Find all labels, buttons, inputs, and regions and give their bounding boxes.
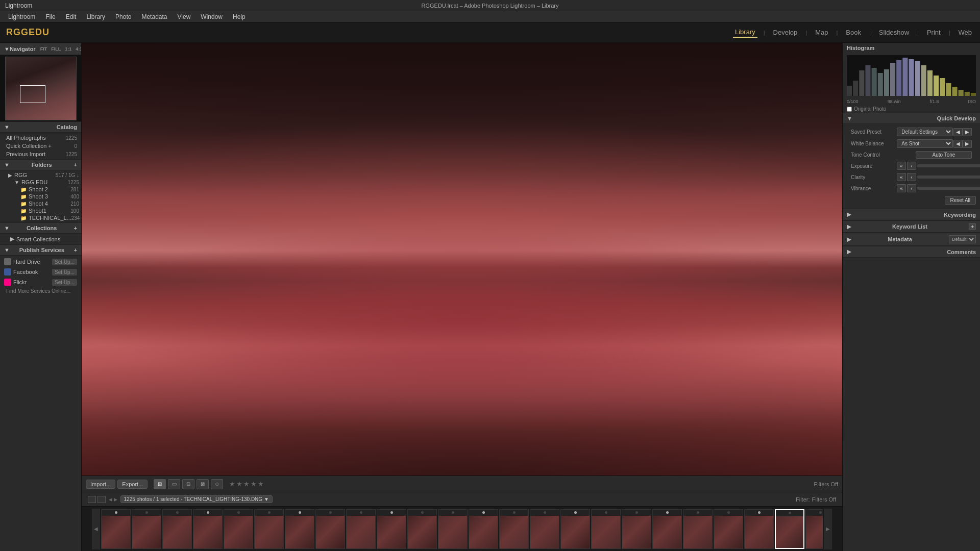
tab-develop[interactable]: Develop xyxy=(771,28,800,37)
white-balance-select[interactable]: As Shot xyxy=(897,139,953,148)
filmstrip-thumb-15[interactable] xyxy=(560,509,590,549)
menu-library[interactable]: Library xyxy=(82,12,109,21)
filmstrip-thumb-4[interactable] xyxy=(224,509,253,549)
filmstrip-thumb-9[interactable] xyxy=(377,509,406,549)
view-compare-btn[interactable]: ⊟ xyxy=(182,479,194,489)
filmstrip-thumb-17[interactable] xyxy=(622,509,651,549)
metadata-preset-select[interactable]: Default xyxy=(949,235,976,243)
exposure-dec-large[interactable]: « xyxy=(897,162,906,170)
folder-rgg[interactable]: ▶ RGG 517 / 1G ↓ xyxy=(0,171,81,179)
menu-photo[interactable]: Photo xyxy=(111,12,135,21)
folder-technical[interactable]: 📁 TECHNICAL_L... 234 xyxy=(0,214,81,221)
tab-book[interactable]: Book xyxy=(844,28,863,37)
view-loupe-btn[interactable]: ▭ xyxy=(168,479,180,489)
filmstrip-thumb-19[interactable] xyxy=(683,509,713,549)
find-more-services[interactable]: Find More Services Online... xyxy=(0,287,81,295)
view-people-btn[interactable]: ☺ xyxy=(211,479,223,489)
filmstrip-thumb-20[interactable] xyxy=(714,509,743,549)
publish-services-header[interactable]: ▼ Publish Services + xyxy=(0,244,81,256)
saved-preset-prev[interactable]: ◀ xyxy=(953,128,963,136)
zoom-fill[interactable]: FILL xyxy=(50,46,62,52)
filmstrip-thumb-10[interactable] xyxy=(407,509,437,549)
collections-header[interactable]: ▼ Collections + xyxy=(0,222,81,234)
filmstrip-thumb-23[interactable] xyxy=(805,509,823,549)
filmstrip-prev-btn[interactable]: ◀ xyxy=(92,509,100,549)
tab-web[interactable]: Web xyxy=(957,28,974,37)
filmstrip-thumb-18[interactable] xyxy=(652,509,682,549)
white-balance-prev[interactable]: ◀ xyxy=(953,140,963,148)
folder-shoot1[interactable]: 📁 Shoot1 100 xyxy=(0,207,81,214)
keywording-header[interactable]: ▶ Keywording xyxy=(843,209,980,220)
filmstrip-thumb-5[interactable] xyxy=(254,509,284,549)
original-photo-checkbox[interactable] xyxy=(847,107,852,112)
folders-header[interactable]: ▼ Folders + xyxy=(0,159,81,170)
filmstrip-thumb-11[interactable] xyxy=(438,509,468,549)
keyword-add-btn[interactable]: + xyxy=(969,223,976,230)
navigator-crop-rect[interactable] xyxy=(20,85,45,103)
filmstrip-thumb-7[interactable] xyxy=(315,509,345,549)
white-balance-next[interactable]: ▶ xyxy=(963,140,972,148)
star-5[interactable]: ★ xyxy=(258,480,264,488)
loupe-mode-icon[interactable] xyxy=(97,496,106,503)
quick-develop-header[interactable]: ▼ Quick Develop xyxy=(843,113,980,124)
filmstrip-thumb-22[interactable] xyxy=(775,509,804,549)
filmstrip-thumb-0[interactable] xyxy=(101,509,131,549)
star-4[interactable]: ★ xyxy=(251,480,257,488)
publish-services-add-btn[interactable]: + xyxy=(74,247,77,253)
clarity-dec[interactable]: ‹ xyxy=(907,173,916,181)
filmstrip-next-btn[interactable]: ▶ xyxy=(824,509,832,549)
vibrance-dec-large[interactable]: « xyxy=(897,184,906,192)
photo-area[interactable] xyxy=(82,43,842,475)
catalog-previous-import[interactable]: Previous Import 1225 xyxy=(0,150,81,158)
filmstrip-thumb-1[interactable] xyxy=(132,509,161,549)
folder-shoot4[interactable]: 📁 Shoot 4 210 xyxy=(0,200,81,207)
export-button[interactable]: Export... xyxy=(117,480,148,489)
facebook-setup-btn[interactable]: Set Up... xyxy=(52,269,77,276)
tab-slideshow[interactable]: Slideshow xyxy=(877,28,911,37)
filmstrip-thumb-2[interactable] xyxy=(162,509,192,549)
import-button[interactable]: Import... xyxy=(86,480,115,489)
filmstrip-thumb-12[interactable] xyxy=(469,509,498,549)
catalog-header[interactable]: ▼ Catalog xyxy=(0,121,81,133)
menu-metadata[interactable]: Metadata xyxy=(137,12,171,21)
smart-collections[interactable]: ▶ Smart Collections xyxy=(0,235,81,243)
metadata-header[interactable]: ▶ Metadata Default xyxy=(843,233,980,246)
view-grid-btn[interactable]: ⊞ xyxy=(154,479,166,489)
folder-shoot3[interactable]: 📁 Shoot 3 400 xyxy=(0,193,81,200)
zoom-1to1[interactable]: 1:1 xyxy=(63,46,73,52)
clarity-dec-large[interactable]: « xyxy=(897,173,906,181)
saved-preset-select[interactable]: Default Settings xyxy=(897,128,953,136)
folder-rgg-edu[interactable]: ▼ RGG EDU 1225 xyxy=(0,179,81,186)
publish-hard-drive[interactable]: Hard Drive Set Up... xyxy=(0,257,81,267)
filmstrip-thumb-21[interactable] xyxy=(744,509,774,549)
filmstrip-thumb-14[interactable] xyxy=(530,509,559,549)
navigator-header[interactable]: ▼ Navigator FIT FILL 1:1 4:1 xyxy=(0,43,81,55)
folders-add-btn[interactable]: + xyxy=(74,162,77,168)
catalog-quick-collection[interactable]: Quick Collection + 0 xyxy=(0,142,81,150)
catalog-all-photos[interactable]: All Photographs 1225 xyxy=(0,134,81,142)
exposure-dec[interactable]: ‹ xyxy=(907,162,916,170)
view-survey-btn[interactable]: ⊠ xyxy=(197,479,209,489)
filmstrip-thumb-8[interactable] xyxy=(346,509,376,549)
filmstrip-thumb-13[interactable] xyxy=(499,509,529,549)
zoom-fit[interactable]: FIT xyxy=(39,46,49,52)
hard-drive-setup-btn[interactable]: Set Up... xyxy=(52,259,77,265)
menu-view[interactable]: View xyxy=(174,12,195,21)
filmstrip-thumb-16[interactable] xyxy=(591,509,621,549)
filmstrip-thumb-3[interactable] xyxy=(193,509,223,549)
filmstrip-thumb-6[interactable] xyxy=(285,509,314,549)
star-2[interactable]: ★ xyxy=(236,480,242,488)
menu-help[interactable]: Help xyxy=(229,12,250,21)
folder-shoot2[interactable]: 📁 Shoot 2 281 xyxy=(0,186,81,193)
tab-map[interactable]: Map xyxy=(813,28,830,37)
collections-add-btn[interactable]: + xyxy=(74,225,77,231)
publish-flickr[interactable]: Flickr Set Up... xyxy=(0,277,81,287)
keyword-list-header[interactable]: ▶ Keyword List + xyxy=(843,220,980,233)
grid-mode-icon[interactable] xyxy=(88,496,96,503)
publish-facebook[interactable]: Facebook Set Up... xyxy=(0,267,81,277)
saved-preset-next[interactable]: ▶ xyxy=(963,128,972,136)
tab-library[interactable]: Library xyxy=(733,27,757,38)
zoom-4to1[interactable]: 4:1 xyxy=(74,46,82,52)
menu-edit[interactable]: Edit xyxy=(62,12,81,21)
comments-header[interactable]: ▶ Comments xyxy=(843,246,980,258)
